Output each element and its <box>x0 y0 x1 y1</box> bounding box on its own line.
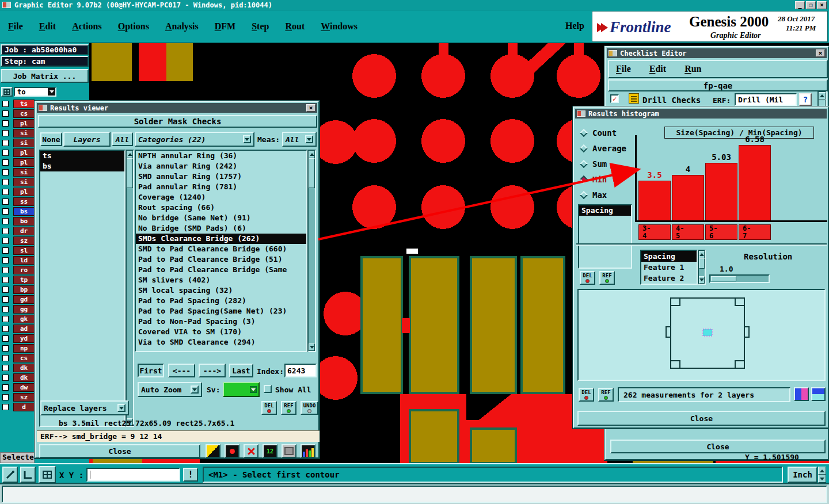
nav-next-button[interactable]: ---> <box>199 364 226 377</box>
layer-checkbox[interactable] <box>2 335 9 342</box>
category-list-scrollbar[interactable] <box>307 150 316 352</box>
layer-checkbox[interactable] <box>2 247 9 254</box>
blue-cyan-icon[interactable] <box>811 387 826 401</box>
nav-prev-button[interactable]: <--- <box>168 364 195 377</box>
histogram-close-button[interactable]: Close <box>577 411 826 426</box>
measure-table[interactable]: SpacingFeature 1Feature 2 <box>640 250 698 285</box>
layer-checkbox[interactable] <box>2 257 9 264</box>
layer-checkbox[interactable] <box>2 218 9 224</box>
layer-checkbox[interactable] <box>2 179 9 185</box>
layer-checkbox[interactable] <box>2 208 9 215</box>
histogram-icon[interactable] <box>301 444 315 458</box>
alert-button[interactable]: ! <box>183 468 198 482</box>
blue-pink-icon[interactable] <box>794 387 809 401</box>
scrollbar-thumb[interactable] <box>127 158 133 188</box>
measure-table-row[interactable]: Feature 1 <box>641 262 697 273</box>
green-12-icon[interactable]: 12 <box>263 444 277 458</box>
meas-dropdown[interactable]: All <box>282 132 317 147</box>
menu-step[interactable]: Step <box>252 21 269 32</box>
category-item[interactable]: Pad to Pad Spacing (282) <box>136 296 306 306</box>
measurement-preview[interactable] <box>577 289 826 381</box>
layer-checkbox[interactable] <box>2 120 9 127</box>
job-matrix-button[interactable]: Job Matrix ... <box>1 69 89 83</box>
tile-windows-button[interactable] <box>39 466 56 483</box>
category-item[interactable]: No bridge (Same Net) (91) <box>136 213 306 223</box>
layer-checkbox[interactable] <box>2 228 9 234</box>
category-list[interactable]: NPTH annular Ring (36)Via annular Ring (… <box>135 150 307 352</box>
close-icon[interactable]: × <box>817 1 827 9</box>
layer-checkbox[interactable] <box>2 159 9 166</box>
filter-all-button[interactable]: All <box>112 132 133 146</box>
ref-dot-icon[interactable] <box>225 444 239 458</box>
chevron-down-icon[interactable] <box>250 386 257 393</box>
chevron-down-icon[interactable] <box>243 135 251 143</box>
undo-button[interactable]: UNDO <box>301 401 318 415</box>
results-viewer-titlebar[interactable]: Results viewer × <box>37 103 317 113</box>
layer-checkbox[interactable] <box>2 130 9 136</box>
spinner-down-icon[interactable] <box>818 475 826 483</box>
stat-option-min[interactable]: Min <box>580 171 634 187</box>
layer-checkbox[interactable] <box>2 277 9 283</box>
index-input[interactable]: 6243 <box>284 364 317 377</box>
chevron-down-icon[interactable] <box>191 385 199 394</box>
checklist-menu-file[interactable]: File <box>616 64 631 74</box>
layer-checkbox[interactable] <box>2 394 9 400</box>
menu-edit[interactable]: Edit <box>39 21 56 32</box>
app-titlebar[interactable]: Graphic Editor 9.07b2 (00@HY-HYCAM-PC017… <box>0 0 829 10</box>
units-spinner[interactable] <box>818 467 826 483</box>
filter-layers-button[interactable]: Layers <box>63 132 111 147</box>
menu-rout[interactable]: Rout <box>285 21 305 32</box>
category-item[interactable]: SMD to Pad Clearance Bridge (660) <box>136 244 306 254</box>
layer-checkbox[interactable] <box>2 404 9 410</box>
stat-option-count[interactable]: Count <box>580 125 634 140</box>
auto-zoom-dropdown[interactable]: Auto Zoom <box>138 382 202 397</box>
category-item[interactable]: No Bridge (SMD Pads) (6) <box>136 223 306 234</box>
slider-thumb[interactable] <box>711 276 736 281</box>
category-item[interactable]: Pad to Pad Spacing(Same Net) (23) <box>136 306 306 316</box>
category-item[interactable]: SMDs Clearance Bridge (262) <box>136 234 306 244</box>
layer-checkbox[interactable] <box>2 150 9 156</box>
menu-options[interactable]: Options <box>118 21 149 32</box>
scroll-up-icon[interactable] <box>309 151 315 158</box>
layer-checkbox[interactable] <box>2 345 9 352</box>
ref-button[interactable]: REF <box>281 401 296 415</box>
checklist-menu-edit[interactable]: Edit <box>649 64 666 74</box>
layer-checkbox[interactable] <box>2 189 9 195</box>
category-item[interactable]: SMD annular Ring (1757) <box>136 171 306 182</box>
red-x-icon[interactable] <box>244 444 258 458</box>
category-item[interactable]: Pad annular Ring (781) <box>136 182 306 192</box>
stat-option-max[interactable]: Max <box>580 187 634 203</box>
category-item[interactable]: Via to SMD Clearance (294) <box>136 337 306 348</box>
measure-table-row[interactable]: Spacing <box>641 251 697 262</box>
sv-color-button[interactable] <box>223 382 260 397</box>
category-item[interactable]: SM local spacing (32) <box>136 285 306 296</box>
layer-checkbox[interactable] <box>2 198 9 205</box>
selected-mode-label[interactable]: Selecte <box>0 452 35 463</box>
layer-checkbox[interactable] <box>2 169 9 175</box>
scroll-up-icon[interactable] <box>127 151 133 158</box>
menu-dfm[interactable]: DFM <box>215 21 235 32</box>
menu-help[interactable]: Help <box>565 21 584 31</box>
category-item[interactable]: NPTH annular Ring (36) <box>136 151 306 161</box>
layer-checkbox[interactable] <box>2 140 9 146</box>
histogram-titlebar[interactable]: Results histogram <box>575 109 827 119</box>
layer-filter-combo[interactable]: to <box>14 87 56 97</box>
layer-checkbox[interactable] <box>2 306 9 312</box>
measure-table-scrollbar[interactable] <box>698 250 706 285</box>
viewer-layer-item[interactable]: ts <box>40 151 124 161</box>
menu-analysis[interactable]: Analysis <box>165 21 199 32</box>
maximize-icon[interactable]: ❐ <box>806 1 816 9</box>
nav-first-button[interactable]: First <box>138 364 164 377</box>
layer-checkbox[interactable] <box>2 110 9 117</box>
units-dropdown[interactable]: Inch <box>788 467 817 483</box>
help-button[interactable]: ? <box>799 93 812 106</box>
show-all-checkbox[interactable] <box>264 385 272 393</box>
scroll-down-icon[interactable] <box>309 343 315 351</box>
checklist-menu-run[interactable]: Run <box>685 64 701 74</box>
layer-checkbox[interactable] <box>2 101 9 107</box>
measure-type-list[interactable]: Spacing <box>578 204 632 269</box>
nav-last-button[interactable]: Last <box>229 364 253 377</box>
layer-checkbox[interactable] <box>2 365 9 371</box>
categories-dropdown[interactable]: Categories (22) <box>135 132 254 147</box>
layer-checkbox[interactable] <box>2 296 9 303</box>
